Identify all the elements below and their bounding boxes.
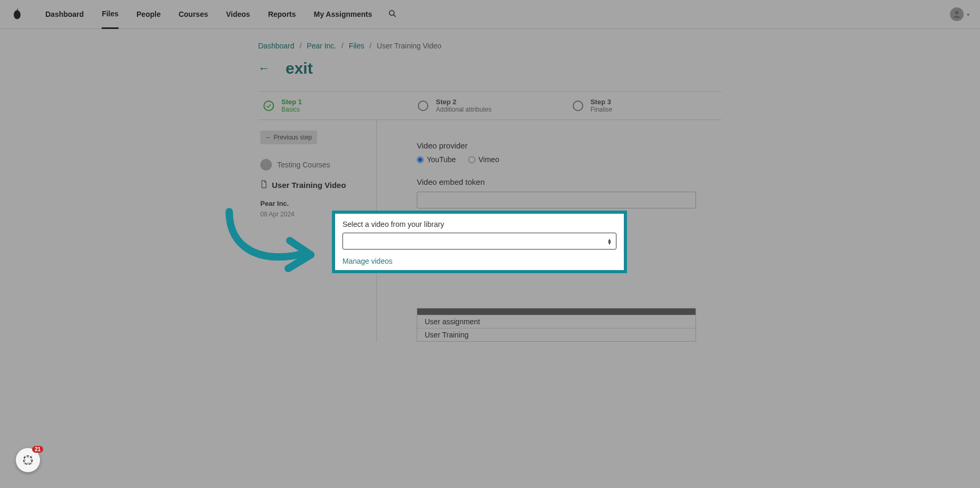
provider-label: Video provider [417, 141, 722, 150]
nav-people[interactable]: People [136, 1, 161, 28]
user-menu[interactable]: ▾ [950, 7, 969, 21]
assignment-table: User assignment User Training [417, 308, 696, 342]
app-logo [9, 7, 24, 22]
help-badge-count: 21 [32, 446, 43, 453]
breadcrumb-company[interactable]: Pear Inc. [307, 42, 336, 50]
provider-vimeo-radio[interactable]: Vimeo [468, 155, 499, 164]
help-widget[interactable]: 21 [16, 448, 40, 472]
chevron-down-icon: ▾ [967, 12, 969, 17]
file-icon [260, 180, 268, 190]
svg-point-0 [389, 11, 394, 15]
step-3-sub: Finalise [591, 106, 612, 113]
top-nav: Dashboard Files People Courses Videos Re… [0, 0, 980, 29]
table-row[interactable]: User assignment [417, 315, 695, 328]
nav-dashboard[interactable]: Dashboard [45, 1, 84, 28]
table-row[interactable]: User Training [417, 328, 695, 341]
step-1-sub: Basics [281, 106, 302, 113]
breadcrumb-dashboard[interactable]: Dashboard [258, 42, 295, 50]
back-arrow-icon[interactable]: ← [258, 62, 270, 75]
token-input[interactable] [417, 192, 696, 208]
radio-youtube-label: YouTube [427, 155, 456, 164]
file-name: User Training Video [272, 181, 346, 190]
file-row: User Training Video [260, 180, 369, 190]
nav-courses[interactable]: Courses [179, 1, 208, 28]
step-1[interactable]: Step 1 Basics [258, 92, 413, 119]
avatar-icon [950, 7, 964, 21]
previous-step-button[interactable]: ← Previous step [260, 131, 317, 144]
author-avatar-icon [260, 159, 272, 171]
step-circle-icon [573, 101, 583, 111]
radio-vimeo-label: Vimeo [478, 155, 499, 164]
breadcrumb-current: User Training Video [377, 42, 442, 50]
svg-line-1 [394, 15, 396, 17]
page-title: exit [286, 59, 313, 77]
nav-videos[interactable]: Videos [226, 1, 250, 28]
manage-videos-link[interactable]: Manage videos [342, 257, 393, 265]
step-check-icon [263, 101, 274, 111]
nav-my-assignments[interactable]: My Assignments [314, 1, 373, 28]
step-1-title: Step 1 [281, 98, 302, 106]
primary-nav: Dashboard Files People Courses Videos Re… [45, 0, 372, 29]
step-2-sub: Additional attributes [436, 106, 491, 113]
author-row: Testing Courses [260, 159, 369, 171]
highlight-callout: Select a video from your library ▴▾ Mana… [332, 211, 627, 273]
video-library-select[interactable] [342, 233, 616, 250]
radio-youtube[interactable] [417, 156, 424, 163]
step-2[interactable]: Step 2 Additional attributes [413, 92, 567, 119]
breadcrumb: Dashboard / Pear Inc. / Files / User Tra… [258, 42, 722, 50]
select-video-label: Select a video from your library [342, 220, 616, 228]
radio-vimeo[interactable] [468, 156, 475, 163]
step-2-title: Step 2 [436, 98, 491, 106]
breadcrumb-files[interactable]: Files [349, 42, 365, 50]
step-3-title: Step 3 [591, 98, 612, 106]
provider-youtube-radio[interactable]: YouTube [417, 155, 456, 164]
stepper: Step 1 Basics Step 2 Additional attribut… [258, 92, 722, 120]
nav-reports[interactable]: Reports [268, 1, 296, 28]
search-icon[interactable] [388, 9, 397, 20]
author-name: Testing Courses [277, 161, 330, 169]
step-circle-icon [418, 101, 428, 111]
token-label: Video embed token [417, 177, 722, 186]
company-name: Pear Inc. [260, 200, 369, 207]
nav-files[interactable]: Files [102, 0, 119, 29]
table-header [417, 308, 695, 315]
step-3[interactable]: Step 3 Finalise [567, 92, 722, 119]
svg-point-2 [955, 11, 958, 14]
